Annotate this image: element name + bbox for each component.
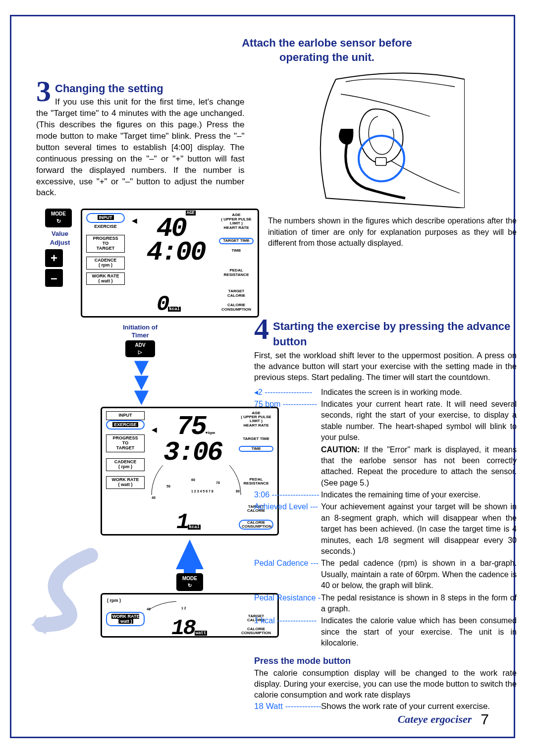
svg-rect-1 [375, 158, 386, 165]
p3-rpm-gauge: 40 rpm 1 2 [147, 595, 246, 611]
svg-text:40: 40 [152, 496, 156, 499]
section-3: 3 Changing the setting If you use this u… [36, 79, 244, 199]
p1-progress-label: PROGRESS TO TARGET [86, 235, 125, 253]
def-key: Achieved Level --- [254, 501, 321, 557]
p2-cadence-label: CADENCE ( rpm ) [106, 458, 145, 471]
def-val: Indicates your current heart rate. It wi… [321, 399, 517, 443]
p1-time-value: 4:00 [147, 234, 205, 271]
p3-watt-value: 18watt [171, 613, 207, 638]
lcd-panel-2: INPUT EXERCISE PROGRESS TO TARGET CADENC… [101, 407, 279, 536]
def-val: Indicates the calorie value which has be… [321, 615, 517, 648]
value-adjust-label: Value Adjust [45, 229, 75, 247]
def-val: CAUTION: If the "Error" mark is displaye… [321, 444, 517, 489]
def-key: Pedal Cadence --- [254, 558, 321, 591]
section-4: 4 Starting the exercise by pressing the … [254, 317, 517, 713]
header-line1: Attach the earlobe sensor before [242, 37, 412, 49]
def-val: Indicates the screen is in working mode. [321, 387, 517, 398]
cycle-icon: ↻ [56, 218, 61, 224]
rpm-gauge: 40 50 60 70 80 1 2 3 4 5 6 7 8 rpm [147, 465, 246, 500]
curved-arrow-icon [31, 545, 101, 635]
def-key: Pedal Resistance -- [254, 593, 321, 615]
left-arrow-icon: ◀ [132, 216, 137, 226]
p2-workrate-label: WORK RATE ( watt ) [106, 476, 145, 489]
p1-r-pedal: PEDAL RESISTANCE [219, 269, 254, 277]
plus-button[interactable]: + [45, 249, 63, 267]
p1-r-age: AGE ( UPPER PULSE LIMIT ) HEART RATE [219, 213, 254, 230]
section-3-body: If you use this unit for the first time,… [36, 97, 244, 199]
def-key: 3:06 ------------------ [254, 489, 321, 500]
def-key: 75 bpm ------------- [254, 399, 321, 443]
section-3-number: 3 [36, 79, 51, 103]
arrow-up-icon [176, 540, 204, 569]
svg-text:60: 60 [191, 478, 195, 482]
svg-text:40: 40 [147, 607, 151, 611]
mode-button[interactable]: MODE ↻ [45, 209, 72, 227]
svg-text:70: 70 [216, 481, 220, 485]
press-mode-body: The calorie consumption display will be … [254, 667, 517, 701]
svg-text:1 2 3 4 5 6 7 8: 1 2 3 4 5 6 7 8 [191, 489, 214, 493]
p1-r-cal: CALORIE CONSUMPTION [219, 303, 254, 312]
minus-button[interactable]: – [45, 269, 63, 287]
p2-kcal-value: 1kcal [176, 507, 201, 536]
lcd-panel-1: INPUT EXERCISE PROGRESS TO TARGET CADENC… [81, 209, 259, 318]
p3-workrate-label: WORK RATE ( watt ) [106, 612, 145, 627]
ear-drawing-svg [306, 69, 465, 208]
adv-label1: Initiation of [96, 324, 185, 331]
brand-logo: Cateye ergociser [398, 712, 472, 727]
earlobe-sensor-illustration [306, 69, 465, 208]
arrow-down-icon: ▼▼▼ [96, 359, 185, 404]
svg-text:50: 50 [166, 485, 170, 488]
header-line2: operating the unit. [279, 51, 374, 63]
watt-key: 18 Watt ------------- [254, 701, 321, 712]
p1-input-label: INPUT [86, 213, 125, 223]
press-mode-title: Press the mode button [254, 655, 517, 667]
p1-r-time: TIME [219, 249, 254, 253]
adv-label2: Timer [96, 331, 185, 339]
def-key: ◂2 ------------------ [254, 387, 321, 398]
p1-cadence-label: CADENCE ( rpm ) [86, 257, 125, 270]
p2-exercise-label: EXERCISE [106, 420, 145, 430]
page-header: Attach the earlobe sensor before operati… [165, 36, 489, 64]
cycle-icon-2: ↻ [188, 583, 192, 588]
p1-r-target-time: TARGET TIME [219, 238, 254, 244]
section-3-title: Changing the setting [36, 79, 244, 97]
left-arrow-icon-2: ◀ [152, 425, 157, 435]
section-4-number: 4 [254, 317, 269, 341]
definition-list: ◂2 ------------------Indicates the scree… [254, 387, 517, 649]
p3-rpm-label: ( rpm ) [107, 597, 121, 604]
mode-button-2[interactable]: MODE↻ [176, 573, 203, 591]
def-val: The pedal resistance is shown in 8 steps… [321, 593, 517, 615]
def-val: Indicates the remaining time of your exe… [321, 489, 517, 500]
section-4-body: First, set the workload shift lever to t… [254, 350, 517, 383]
def-key [254, 444, 321, 489]
def-val: Your achievement against your target wil… [321, 501, 517, 557]
svg-text:80: 80 [236, 489, 240, 493]
p1-workrate-label: WORK RATE ( watt ) [86, 272, 125, 285]
p1-r-tcal: TARGET CALORIE [219, 289, 254, 298]
p2-input-label: INPUT [106, 411, 145, 420]
def-val: The pedal cadence (rpm) is shown in a ba… [321, 558, 517, 591]
def-key: 1 kcal --------------- [254, 615, 321, 648]
p1-exercise-label: EXERCISE [86, 223, 125, 231]
page-number: 7 [481, 709, 489, 730]
svg-text:1 2: 1 2 [181, 606, 186, 610]
lcd-panel-3: ( rpm ) WORK RATE ( watt ) 40 rpm 1 2 18… [101, 593, 279, 638]
p1-kcal-value: 0kcal [157, 289, 181, 318]
adv-area: Initiation of Timer ADV▷ ▼▼▼ [96, 324, 185, 403]
section-4-title: Starting the exercise by pressing the ad… [254, 317, 517, 350]
p2-progress-label: PROGRESS TO TARGET [106, 434, 145, 452]
